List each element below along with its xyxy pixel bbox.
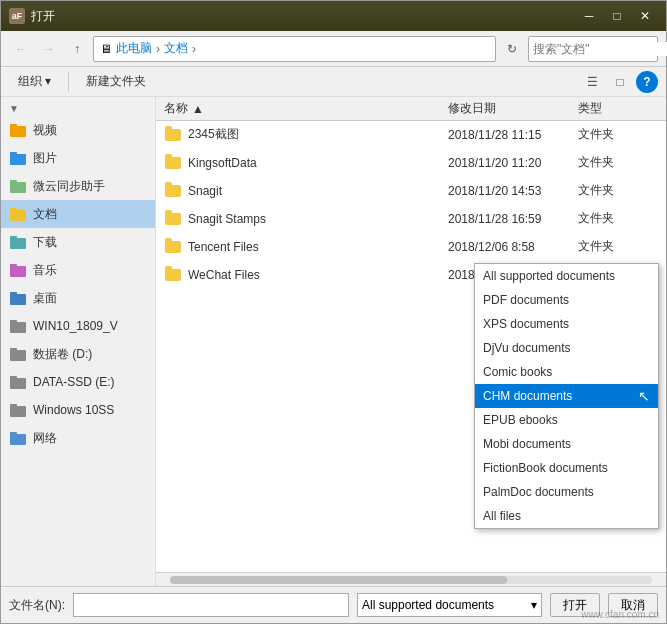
sidebar-label: 图片 [33, 150, 57, 167]
help-button[interactable]: ? [636, 71, 658, 93]
breadcrumb-computer[interactable]: 此电脑 [116, 40, 152, 57]
organize-button[interactable]: 组织 ▾ [9, 70, 60, 94]
table-row[interactable]: 2345截图 2018/11/28 11:15 文件夹 [156, 121, 666, 149]
sidebar-item-WIN10_1809_V[interactable]: WIN10_1809_V [1, 312, 155, 340]
toolbar: 组织 ▾ 新建文件夹 ☰ □ ? [1, 67, 666, 97]
table-row[interactable]: Tencent Files 2018/12/06 8:58 文件夹 [156, 233, 666, 261]
title-bar: aF 打开 ─ □ ✕ [1, 1, 666, 31]
svg-rect-13 [10, 292, 17, 296]
file-date: 2018/12/06 8:58 [448, 240, 578, 254]
col-date-header[interactable]: 修改日期 [448, 100, 578, 117]
svg-rect-11 [10, 264, 17, 268]
dropdown-item[interactable]: CHM documents↖ [475, 384, 658, 408]
toolbar-separator [68, 72, 69, 92]
refresh-button[interactable]: ↻ [500, 37, 524, 61]
sidebar-label: 下载 [33, 234, 57, 251]
file-type: 文件夹 [578, 210, 658, 227]
dropdown-item[interactable]: XPS documents [475, 312, 658, 336]
svg-rect-21 [10, 404, 17, 408]
file-name: 2345截图 [188, 126, 448, 143]
forward-button[interactable]: → [37, 37, 61, 61]
dropdown-item[interactable]: EPUB ebooks [475, 408, 658, 432]
file-date: 2018/11/28 16:59 [448, 212, 578, 226]
dropdown-item[interactable]: All files [475, 504, 658, 528]
sidebar-item-数据卷 (D:)[interactable]: 数据卷 (D:) [1, 340, 155, 368]
view-list-button[interactable]: ☰ [580, 70, 604, 94]
sidebar-item-视频[interactable]: 视频 [1, 116, 155, 144]
sidebar-collapse[interactable]: ▼ [1, 101, 155, 116]
maximize-button[interactable]: □ [604, 6, 630, 26]
filetype-select[interactable]: All supported documents ▾ [357, 593, 542, 617]
file-type: 文件夹 [578, 238, 658, 255]
file-name: Snagit [188, 184, 448, 198]
file-type: 文件夹 [578, 182, 658, 199]
sidebar-item-图片[interactable]: 图片 [1, 144, 155, 172]
folder-icon [164, 154, 182, 172]
sidebar-label: 文档 [33, 206, 57, 223]
watermark: www.cfan.com.cn [581, 609, 659, 620]
scroll-track [170, 576, 652, 584]
address-bar: ← → ↑ 🖥 此电脑 › 文档 › ↻ 🔍 [1, 31, 666, 67]
window-controls: ─ □ ✕ [576, 6, 658, 26]
file-name: KingsoftData [188, 156, 448, 170]
wechat-icon [9, 177, 27, 195]
sidebar-item-DATA-SSD (E:)[interactable]: DATA-SSD (E:) [1, 368, 155, 396]
up-button[interactable]: ↑ [65, 37, 89, 61]
folder-icon [164, 182, 182, 200]
sidebar-item-Windows 10SS[interactable]: Windows 10SS [1, 396, 155, 424]
video-icon [9, 121, 27, 139]
new-folder-button[interactable]: 新建文件夹 [77, 70, 155, 94]
sidebar-label: 数据卷 (D:) [33, 346, 92, 363]
table-row[interactable]: Snagit Stamps 2018/11/28 16:59 文件夹 [156, 205, 666, 233]
svg-rect-3 [10, 152, 17, 156]
filetype-dropdown: All supported documentsPDF documentsXPS … [474, 263, 659, 529]
dropdown-item[interactable]: PalmDoc documents [475, 480, 658, 504]
desktop-icon [9, 289, 27, 307]
download-icon [9, 233, 27, 251]
svg-rect-17 [10, 348, 17, 352]
breadcrumb-documents[interactable]: 文档 [164, 40, 188, 57]
table-row[interactable]: KingsoftData 2018/11/20 11:20 文件夹 [156, 149, 666, 177]
close-button[interactable]: ✕ [632, 6, 658, 26]
sidebar-label: 微云同步助手 [33, 178, 105, 195]
breadcrumb-icon: 🖥 [100, 42, 112, 56]
dropdown-item[interactable]: All supported documents [475, 264, 658, 288]
sidebar: ▼ 视频 图片 微云同步助手 [1, 97, 156, 586]
back-button[interactable]: ← [9, 37, 33, 61]
bottom-bar: 文件名(N): All supported documents ▾ 打开 取消 [1, 586, 666, 623]
sidebar-item-桌面[interactable]: 桌面 [1, 284, 155, 312]
sidebar-item-微云同步助手[interactable]: 微云同步助手 [1, 172, 155, 200]
network-icon [9, 429, 27, 447]
horizontal-scrollbar[interactable] [156, 572, 666, 586]
svg-rect-1 [10, 124, 17, 128]
dropdown-item[interactable]: FictionBook documents [475, 456, 658, 480]
search-box: 🔍 [528, 36, 658, 62]
svg-rect-15 [10, 320, 17, 324]
dropdown-item[interactable]: Comic books [475, 360, 658, 384]
sidebar-item-文档[interactable]: 文档 [1, 200, 155, 228]
sidebar-item-音乐[interactable]: 音乐 [1, 256, 155, 284]
folder-icon [164, 266, 182, 284]
sidebar-item-网络[interactable]: 网络 [1, 424, 155, 452]
view-grid-button[interactable]: □ [608, 70, 632, 94]
svg-rect-9 [10, 236, 17, 240]
col-name-header[interactable]: 名称 ▲ [164, 100, 448, 117]
col-type-header[interactable]: 类型 [578, 100, 658, 117]
filetype-dropdown-icon: ▾ [531, 598, 537, 612]
svg-rect-23 [10, 432, 17, 436]
dropdown-item[interactable]: DjVu documents [475, 336, 658, 360]
svg-rect-7 [10, 208, 17, 212]
dropdown-item[interactable]: Mobi documents [475, 432, 658, 456]
file-open-dialog: aF 打开 ─ □ ✕ ← → ↑ 🖥 此电脑 › 文档 › ↻ 🔍 组织 ▾ … [0, 0, 667, 624]
sidebar-item-下载[interactable]: 下载 [1, 228, 155, 256]
cursor-icon: ↖ [638, 388, 650, 404]
filename-label: 文件名(N): [9, 597, 65, 614]
sidebar-label: 视频 [33, 122, 57, 139]
filename-input[interactable] [73, 593, 349, 617]
search-input[interactable] [533, 42, 667, 56]
file-name: Snagit Stamps [188, 212, 448, 226]
table-row[interactable]: Snagit 2018/11/20 14:53 文件夹 [156, 177, 666, 205]
minimize-button[interactable]: ─ [576, 6, 602, 26]
dropdown-item[interactable]: PDF documents [475, 288, 658, 312]
svg-rect-5 [10, 180, 17, 184]
